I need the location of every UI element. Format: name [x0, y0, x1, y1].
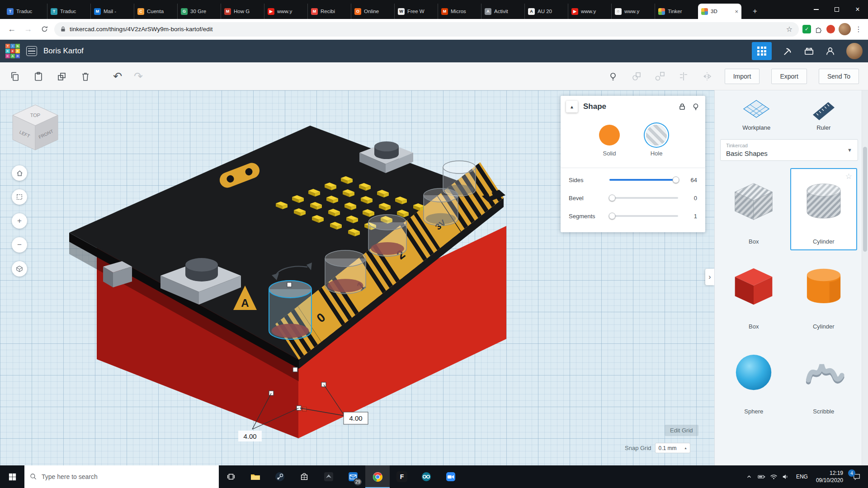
- grammarly-extension-icon[interactable]: ✓: [802, 25, 811, 33]
- export-button[interactable]: Export: [771, 69, 807, 84]
- browser-tab[interactable]: OOnline: [351, 4, 394, 19]
- browser-tab[interactable]: WFree W: [394, 4, 438, 19]
- tray-chevron-icon[interactable]: [743, 465, 755, 488]
- slider-track[interactable]: [609, 197, 678, 199]
- taskbar-steam[interactable]: [268, 465, 292, 488]
- language-indicator[interactable]: ENG: [792, 474, 812, 480]
- forward-button[interactable]: →: [22, 23, 34, 36]
- wifi-icon[interactable]: [768, 465, 780, 488]
- dimension-value[interactable]: 4.00: [349, 414, 362, 422]
- 3d-viewport[interactable]: 0123VA4.004.00 TOP LEFT FRONT + − ▲ Shap…: [0, 90, 714, 465]
- browser-tab[interactable]: TTraduc: [4, 4, 47, 19]
- browser-tab[interactable]: TTraduc: [47, 4, 90, 19]
- taskbar-arduino[interactable]: [414, 465, 439, 488]
- notes-bulb-button[interactable]: [607, 70, 619, 82]
- slider-handle[interactable]: [673, 177, 679, 183]
- browser-tab[interactable]: MMail -: [90, 4, 134, 19]
- selected-cylinder[interactable]: [269, 281, 311, 339]
- refresh-button[interactable]: [38, 23, 51, 36]
- browser-tab[interactable]: ○www.y: [611, 4, 655, 19]
- copy-button[interactable]: [9, 70, 21, 82]
- action-center-button[interactable]: 4: [847, 465, 866, 488]
- browser-tab[interactable]: G30 Gre: [177, 4, 221, 19]
- favorite-star-icon[interactable]: ☆: [845, 172, 852, 181]
- taskbar-chrome[interactable]: [365, 465, 390, 488]
- panel-collapse-button[interactable]: ▲: [566, 101, 578, 113]
- mirror-button[interactable]: [701, 70, 713, 82]
- workplane-tool[interactable]: Workplane: [723, 98, 790, 131]
- import-button[interactable]: Import: [725, 69, 760, 84]
- battery-icon[interactable]: [755, 465, 768, 488]
- start-button[interactable]: [0, 465, 24, 488]
- task-view-button[interactable]: [219, 465, 243, 488]
- volume-icon[interactable]: [780, 465, 792, 488]
- slider-segments[interactable]: Segments1: [564, 207, 702, 225]
- extension-icon[interactable]: [826, 25, 835, 33]
- snap-grid-dropdown[interactable]: 0.1 mm▴: [655, 443, 690, 453]
- back-button[interactable]: ←: [5, 23, 18, 36]
- browser-tab[interactable]: 3D×: [698, 4, 741, 19]
- browser-tab[interactable]: AAU 20: [524, 4, 568, 19]
- browser-tab[interactable]: ▶www.y: [568, 4, 611, 19]
- window-minimize-button[interactable]: [806, 0, 826, 19]
- user-avatar[interactable]: [846, 43, 863, 59]
- ungroup-button[interactable]: [654, 70, 666, 82]
- tab-close-button[interactable]: ×: [735, 8, 738, 15]
- hole-option[interactable]: Hole: [646, 125, 667, 157]
- sidebar-collapse-chevron[interactable]: ›: [705, 269, 714, 285]
- slider-bevel[interactable]: Bevel0: [564, 189, 702, 207]
- url-field[interactable]: tinkercad.com/things/4V2zArSWy9m-boris-k…: [54, 22, 799, 37]
- brick-mode-icon[interactable]: [804, 46, 814, 56]
- tinkercad-logo[interactable]: TINKERCAD: [5, 44, 20, 58]
- browser-tab[interactable]: ▶www.y: [264, 4, 307, 19]
- new-tab-button[interactable]: +: [749, 5, 761, 18]
- taskbar-game[interactable]: [316, 465, 341, 488]
- group-button[interactable]: [631, 70, 642, 82]
- browser-tab[interactable]: MRecibi: [307, 4, 351, 19]
- shape-category-dropdown[interactable]: Tinkercad Basic Shapes ▼: [720, 139, 858, 161]
- slider-track[interactable]: [609, 215, 678, 217]
- paste-button[interactable]: [33, 70, 44, 82]
- taskbar-file-explorer[interactable]: [243, 465, 268, 488]
- dimension-value[interactable]: 4.00: [243, 432, 256, 440]
- zoom-in-button[interactable]: +: [12, 213, 27, 229]
- redo-button[interactable]: ↷: [134, 70, 143, 83]
- slider-track[interactable]: [609, 179, 678, 181]
- bookmark-star-icon[interactable]: ☆: [786, 25, 793, 33]
- shape-card-cylinder[interactable]: Cylinder: [790, 253, 858, 335]
- blocks-mode-button[interactable]: [752, 42, 772, 60]
- view-cube-top-label[interactable]: TOP: [30, 113, 40, 118]
- properties-menu-icon[interactable]: [26, 46, 37, 56]
- browser-tab[interactable]: MHow G: [221, 4, 264, 19]
- taskbar-camera[interactable]: [439, 465, 463, 488]
- shape-card-box[interactable]: Box: [720, 253, 788, 335]
- lock-icon[interactable]: [678, 103, 686, 111]
- window-close-button[interactable]: ×: [847, 0, 868, 19]
- browser-profile-avatar[interactable]: [839, 23, 851, 35]
- slider-sides[interactable]: Sides64: [564, 171, 702, 189]
- delete-button[interactable]: [80, 70, 91, 82]
- minecraft-pickaxe-icon[interactable]: [783, 46, 793, 56]
- align-button[interactable]: [678, 70, 689, 82]
- zoom-out-button[interactable]: −: [12, 237, 27, 253]
- shape-card-box[interactable]: Box: [720, 168, 788, 250]
- taskbar-mail[interactable]: 29: [341, 465, 365, 488]
- fit-view-button[interactable]: [12, 189, 27, 205]
- browser-tab[interactable]: CCuenta: [134, 4, 177, 19]
- browser-menu-icon[interactable]: ⋮: [854, 25, 863, 33]
- window-maximize-button[interactable]: [826, 0, 847, 19]
- extensions-puzzle-icon[interactable]: [815, 25, 823, 33]
- browser-tab[interactable]: AActivit: [481, 4, 524, 19]
- taskbar-f-app[interactable]: F: [390, 465, 414, 488]
- sidebar-scrollbar[interactable]: [862, 90, 868, 465]
- browser-tab[interactable]: Tinker: [655, 4, 698, 19]
- edit-grid-button[interactable]: Edit Grid: [665, 425, 698, 436]
- shape-card-scribble[interactable]: Scribble: [790, 338, 858, 420]
- undo-button[interactable]: ↶: [113, 70, 122, 83]
- slider-handle[interactable]: [609, 213, 616, 220]
- visibility-bulb-icon[interactable]: [692, 103, 700, 111]
- browser-tab[interactable]: MMicros: [438, 4, 481, 19]
- shape-card-cylinder[interactable]: ☆Cylinder: [790, 168, 858, 250]
- send-to-button[interactable]: Send To: [819, 69, 859, 84]
- taskbar-clock[interactable]: 12:19 09/10/2020: [812, 469, 847, 484]
